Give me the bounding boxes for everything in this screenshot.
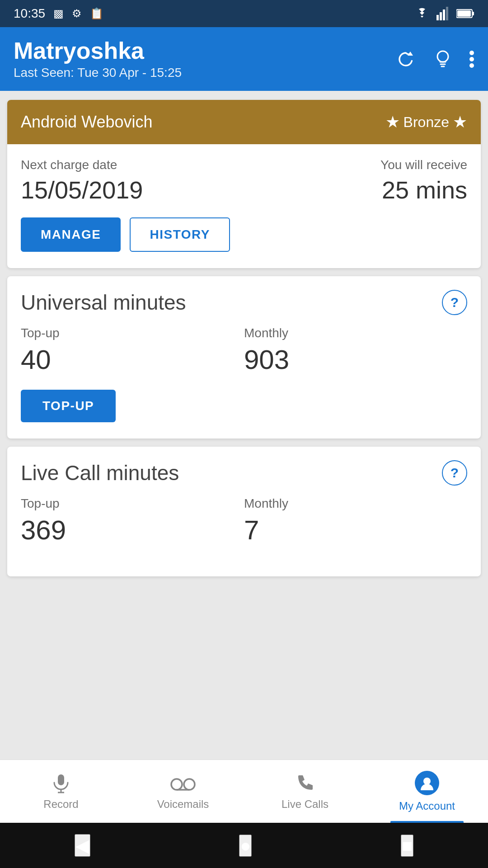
- star-left-icon: ★: [385, 113, 400, 132]
- star-right-icon: ★: [453, 113, 467, 132]
- subscription-body: Next charge date 15/05/2019 You will rec…: [7, 144, 481, 268]
- bottom-nav: Record Voicemails Live Calls My Account: [0, 760, 488, 823]
- voicemail-icon: [169, 773, 197, 793]
- nav-item-record[interactable]: Record: [0, 760, 122, 823]
- nav-item-live-calls[interactable]: Live Calls: [244, 760, 366, 823]
- settings-gear-icon: ⚙: [72, 7, 82, 20]
- nav-record-label: Record: [43, 798, 78, 811]
- universal-minutes-header-row: Universal minutes ?: [21, 290, 467, 315]
- universal-topup-label: Top-up: [21, 326, 244, 340]
- svg-rect-3: [446, 7, 448, 20]
- status-bar: 10:35 ▩ ⚙ 📋: [0, 0, 488, 27]
- recents-button[interactable]: ■: [401, 835, 413, 857]
- universal-monthly-value: 903: [244, 344, 467, 375]
- history-button[interactable]: HISTORY: [130, 217, 230, 252]
- live-call-topup-label: Top-up: [21, 496, 244, 511]
- universal-monthly-label: Monthly: [244, 326, 467, 340]
- live-call-minutes-body: Live Call minutes ? Top-up 369 Monthly 7: [7, 447, 481, 576]
- app-header: Matryoshka Last Seen: Tue 30 Apr - 15:25: [0, 27, 488, 91]
- mic-icon: [51, 773, 71, 793]
- svg-rect-5: [472, 12, 474, 15]
- universal-topup-value: 40: [21, 344, 244, 375]
- universal-topup-button[interactable]: TOP-UP: [21, 390, 116, 422]
- svg-point-11: [469, 63, 474, 68]
- nav-my-account-label: My Account: [399, 800, 455, 812]
- nav-live-calls-label: Live Calls: [282, 798, 328, 811]
- universal-minutes-card: Universal minutes ? Top-up 40 Monthly 90…: [7, 276, 481, 439]
- subscription-header: Android Webovich ★ Bronze ★: [7, 100, 481, 144]
- battery-icon: [456, 9, 474, 19]
- universal-monthly-col: Monthly 903: [244, 326, 467, 375]
- svg-rect-12: [58, 774, 64, 785]
- sim-card-icon: ▩: [53, 7, 64, 20]
- phone-icon: [295, 773, 315, 793]
- svg-point-18: [423, 778, 431, 785]
- account-avatar-icon: [415, 771, 439, 795]
- universal-minutes-title: Universal minutes: [21, 290, 186, 315]
- svg-point-8: [437, 51, 448, 62]
- time-display: 10:35: [14, 6, 45, 21]
- live-call-minutes-data: Top-up 369 Monthly 7: [21, 496, 467, 546]
- app-title: Matryoshka: [14, 38, 182, 64]
- svg-point-15: [171, 779, 182, 790]
- universal-topup-col: Top-up 40: [21, 326, 244, 375]
- nav-item-my-account[interactable]: My Account: [366, 760, 488, 823]
- svg-rect-0: [436, 15, 439, 20]
- live-call-minutes-title: Live Call minutes: [21, 461, 179, 485]
- svg-point-10: [469, 57, 474, 61]
- nav-voicemails-label: Voicemails: [157, 798, 209, 811]
- universal-minutes-help-icon[interactable]: ?: [442, 290, 467, 315]
- last-seen-text: Last Seen: Tue 30 Apr - 15:25: [14, 66, 182, 80]
- live-call-monthly-col: Monthly 7: [244, 496, 467, 546]
- subscription-actions: MANAGE HISTORY: [21, 217, 467, 252]
- main-content: Android Webovich ★ Bronze ★ Next charge …: [0, 91, 488, 711]
- charge-date-value: 15/05/2019: [21, 176, 143, 204]
- charge-date-block: Next charge date 15/05/2019: [21, 158, 143, 204]
- receive-value: 25 mins: [380, 176, 467, 204]
- svg-rect-2: [443, 9, 445, 20]
- manage-button[interactable]: MANAGE: [21, 217, 121, 252]
- home-button[interactable]: ●: [239, 835, 252, 857]
- svg-rect-6: [457, 10, 471, 17]
- live-call-minutes-card: Live Call minutes ? Top-up 369 Monthly 7: [7, 447, 481, 576]
- system-nav-bar: ◀ ● ■: [0, 823, 488, 868]
- live-call-monthly-label: Monthly: [244, 496, 467, 511]
- live-call-minutes-header-row: Live Call minutes ?: [21, 460, 467, 486]
- live-call-monthly-value: 7: [244, 514, 467, 546]
- more-options-button[interactable]: [469, 48, 474, 70]
- account-name: Android Webovich: [21, 113, 153, 132]
- svg-rect-1: [440, 12, 442, 20]
- back-button[interactable]: ◀: [75, 834, 90, 857]
- charge-date-label: Next charge date: [21, 158, 143, 172]
- header-actions: [395, 48, 474, 70]
- receive-label: You will receive: [380, 158, 467, 172]
- receive-block: You will receive 25 mins: [380, 158, 467, 204]
- signal-icon: [436, 7, 450, 20]
- nav-item-voicemails[interactable]: Voicemails: [122, 760, 244, 823]
- subscription-info: Next charge date 15/05/2019 You will rec…: [21, 158, 467, 204]
- bronze-badge: ★ Bronze ★: [385, 113, 467, 132]
- subscription-card: Android Webovich ★ Bronze ★ Next charge …: [7, 100, 481, 268]
- status-left: 10:35 ▩ ⚙ 📋: [14, 6, 103, 21]
- status-right: [414, 7, 474, 20]
- universal-minutes-data: Top-up 40 Monthly 903: [21, 326, 467, 375]
- svg-point-9: [469, 51, 474, 55]
- clipboard-icon: 📋: [90, 7, 103, 20]
- lightbulb-button[interactable]: [433, 48, 453, 70]
- refresh-button[interactable]: [395, 48, 417, 70]
- live-call-minutes-help-icon[interactable]: ?: [442, 460, 467, 486]
- live-call-topup-col: Top-up 369: [21, 496, 244, 546]
- header-title-block: Matryoshka Last Seen: Tue 30 Apr - 15:25: [14, 38, 182, 80]
- wifi-icon: [414, 7, 430, 20]
- universal-minutes-body: Universal minutes ? Top-up 40 Monthly 90…: [7, 276, 481, 439]
- live-call-topup-value: 369: [21, 514, 244, 546]
- svg-point-16: [184, 779, 195, 790]
- badge-label: Bronze: [404, 114, 449, 131]
